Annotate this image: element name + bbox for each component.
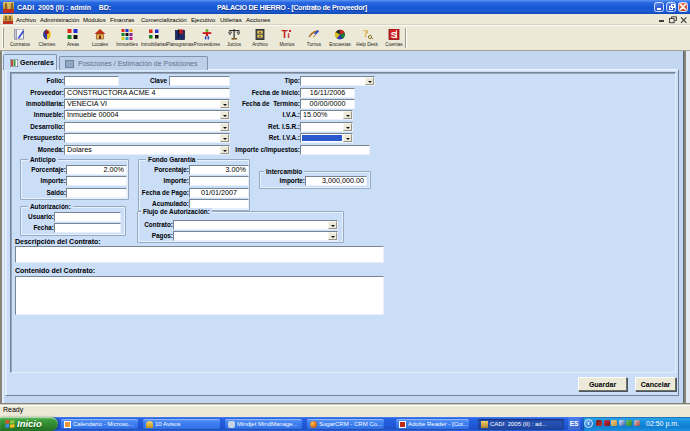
svg-text:?: ? — [364, 29, 369, 39]
svg-text:i: i — [288, 31, 290, 40]
